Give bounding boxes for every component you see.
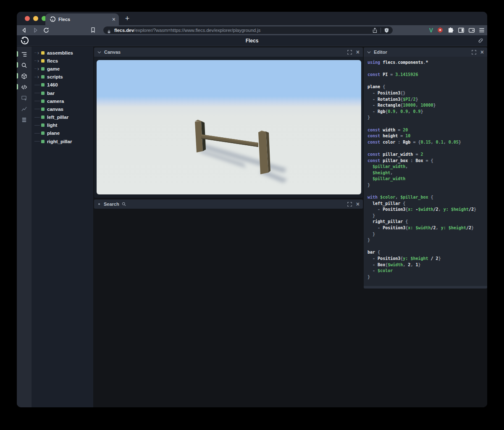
code-line: const height = 10 bbox=[368, 133, 487, 139]
queries-icon[interactable] bbox=[17, 114, 32, 125]
inspector-icon[interactable] bbox=[17, 92, 32, 103]
search-panel-header[interactable]: Search × bbox=[94, 199, 363, 209]
code-line: } bbox=[368, 115, 487, 121]
entity-label: assemblies bbox=[47, 50, 73, 55]
entity-label: 1460 bbox=[47, 82, 58, 87]
lock-icon bbox=[107, 28, 111, 33]
entity-dot-icon bbox=[41, 100, 45, 103]
page-title: Flecs bbox=[17, 35, 487, 46]
back-button[interactable] bbox=[21, 27, 28, 34]
entity-dot-icon bbox=[41, 123, 45, 127]
expand-icon[interactable] bbox=[472, 50, 476, 55]
editor-panel-header[interactable]: Editor × bbox=[364, 47, 487, 57]
tree-item-plane[interactable]: plane bbox=[32, 129, 93, 137]
tree-item-right_pillar[interactable]: right_pillar bbox=[32, 137, 93, 145]
tree-item-1460[interactable]: 1460 bbox=[32, 81, 93, 89]
forward-button[interactable] bbox=[32, 27, 39, 34]
code-line: - Position3{} bbox=[368, 90, 487, 97]
code-area[interactable]: using flecs.components.* const PI = 3.14… bbox=[364, 57, 487, 286]
code-line: $pillar_width bbox=[368, 176, 487, 182]
tree-item-game[interactable]: ›game bbox=[32, 65, 93, 73]
expand-chevron-icon[interactable]: › bbox=[37, 59, 40, 63]
close-icon[interactable]: × bbox=[480, 50, 484, 55]
search-icon[interactable] bbox=[17, 60, 32, 71]
wallet-icon[interactable] bbox=[468, 27, 475, 34]
code-line: - Rgb{0.9, 0.9, 0.9} bbox=[368, 109, 487, 115]
reload-button[interactable] bbox=[43, 27, 50, 34]
canvas-viewport[interactable] bbox=[97, 60, 361, 194]
active-indicator bbox=[17, 73, 18, 79]
side-panel-icon[interactable] bbox=[458, 27, 465, 34]
search-icon bbox=[122, 202, 126, 206]
bookmark-icon[interactable] bbox=[90, 27, 96, 33]
tab-close-icon[interactable]: × bbox=[112, 16, 116, 22]
tree-connector bbox=[34, 125, 40, 126]
editor-panel-title: Editor bbox=[374, 50, 387, 55]
tab-title: Flecs bbox=[58, 17, 112, 22]
window-close-button[interactable] bbox=[25, 16, 30, 21]
browser-window: Flecs × + flecs.dev/explorer/?wasm=https… bbox=[17, 12, 487, 407]
tree-item-assemblies[interactable]: ›assemblies bbox=[32, 49, 93, 57]
divider bbox=[381, 28, 381, 33]
entity-label: canvas bbox=[47, 107, 63, 112]
close-icon[interactable]: × bbox=[356, 202, 360, 207]
code-line: left_pillar { bbox=[368, 201, 487, 207]
canvas-panel-header[interactable]: Canvas × bbox=[94, 47, 363, 57]
code-line bbox=[368, 244, 487, 250]
close-icon[interactable]: × bbox=[356, 50, 360, 55]
entities-icon[interactable] bbox=[17, 71, 32, 81]
expand-icon[interactable] bbox=[347, 202, 352, 207]
tree-item-canvas[interactable]: canvas bbox=[32, 105, 93, 113]
entity-dot-icon bbox=[41, 75, 45, 79]
code-line: - Position3{x: $width/2, y: $height/2} bbox=[368, 225, 487, 231]
stats-icon[interactable] bbox=[17, 103, 32, 114]
code-line: const pillar_width = 2 bbox=[368, 152, 487, 158]
app-content: ›assemblies›flecs›game›scripts1460barcam… bbox=[17, 47, 487, 407]
canvas-panel-title: Canvas bbox=[104, 50, 121, 55]
code-line: const PI = 3.1415926 bbox=[368, 72, 487, 78]
window-minimize-button[interactable] bbox=[33, 16, 38, 21]
tree-item-flecs[interactable]: ›flecs bbox=[32, 57, 93, 65]
code-line: $height, bbox=[368, 170, 487, 176]
code-line bbox=[368, 121, 487, 127]
chevron-down-icon[interactable] bbox=[97, 51, 101, 54]
tree-item-camera[interactable]: camera bbox=[32, 97, 93, 105]
tree-connector bbox=[34, 93, 40, 93]
expand-chevron-icon[interactable]: › bbox=[37, 67, 40, 71]
flecs-explorer-app: Flecs ›assemblies›flecs›game›scripts1460… bbox=[17, 35, 487, 407]
code-line: - Rectangle{10000, 10000} bbox=[368, 102, 487, 109]
active-indicator bbox=[17, 51, 18, 57]
tree-view-icon[interactable] bbox=[17, 49, 32, 60]
url-bar[interactable]: flecs.dev/explorer/?wasm=https://www.fle… bbox=[103, 26, 393, 34]
red-hexagon-extension-icon[interactable] bbox=[437, 27, 444, 34]
browser-tab[interactable]: Flecs × bbox=[45, 13, 119, 25]
extensions-puzzle-icon[interactable] bbox=[447, 27, 454, 34]
expand-chevron-icon[interactable]: › bbox=[37, 75, 40, 79]
entity-dot-icon bbox=[41, 108, 45, 111]
tree-item-scripts[interactable]: ›scripts bbox=[32, 73, 93, 81]
code-line: plane { bbox=[368, 84, 487, 90]
code-line: } bbox=[368, 274, 487, 281]
url-domain: flecs.dev bbox=[114, 28, 134, 33]
tree-item-bar[interactable]: bar bbox=[32, 89, 93, 97]
code-icon[interactable] bbox=[17, 81, 32, 92]
tree-connector bbox=[34, 117, 40, 118]
tree-item-left_pillar[interactable]: left_pillar bbox=[32, 113, 93, 121]
entity-dot-icon bbox=[41, 83, 45, 87]
new-tab-button[interactable]: + bbox=[122, 13, 133, 24]
vue-devtools-extension-icon[interactable]: V bbox=[429, 27, 433, 34]
tree-connector bbox=[34, 101, 40, 101]
tab-bar: Flecs × + bbox=[17, 12, 487, 25]
editor-footer bbox=[364, 286, 487, 288]
tree-item-light[interactable]: light bbox=[32, 121, 93, 129]
expand-icon[interactable] bbox=[347, 50, 352, 55]
brave-shield-icon[interactable] bbox=[384, 28, 389, 33]
share-icon[interactable] bbox=[372, 28, 378, 33]
expand-chevron-icon[interactable]: › bbox=[37, 51, 40, 55]
code-line: const width = 20 bbox=[368, 127, 487, 134]
collapsed-dot-icon[interactable] bbox=[98, 203, 100, 205]
chevron-down-icon[interactable] bbox=[367, 51, 371, 54]
share-link-icon[interactable] bbox=[478, 37, 484, 44]
app-header: Flecs bbox=[17, 35, 487, 46]
browser-menu-icon[interactable] bbox=[479, 27, 485, 33]
